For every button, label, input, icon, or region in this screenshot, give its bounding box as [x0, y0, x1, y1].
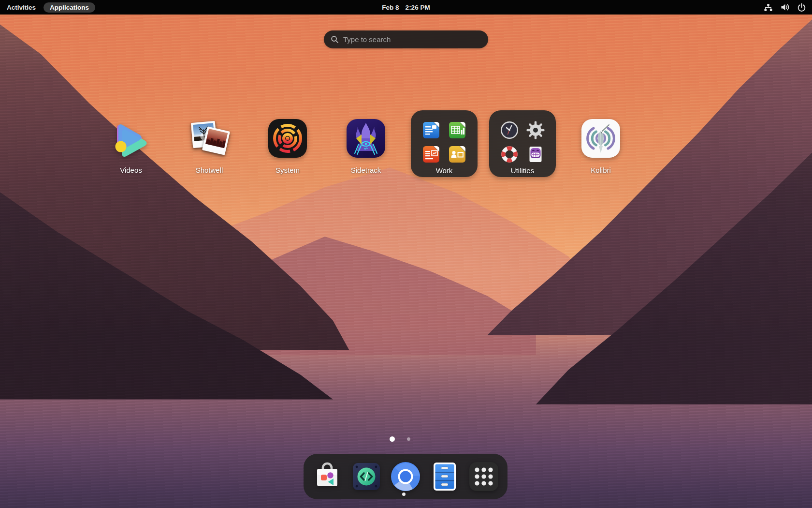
- builder-button[interactable]: [351, 461, 382, 492]
- shotwell-icon: [190, 119, 229, 158]
- libreoffice-calc-icon: [448, 120, 467, 140]
- settings-gear-icon: [526, 120, 545, 140]
- search-bar: [324, 30, 488, 48]
- activities-button[interactable]: Activities: [7, 4, 36, 11]
- folder-utilities[interactable]: Utilities: [489, 110, 556, 177]
- folder-work[interactable]: Work: [411, 110, 478, 177]
- app-label: System: [251, 166, 324, 174]
- folder-preview-grid: [421, 120, 467, 164]
- file-cabinet-icon: [429, 461, 460, 492]
- page-dot-1[interactable]: [390, 436, 395, 442]
- search-input[interactable]: [343, 35, 481, 44]
- system-icon: [268, 119, 307, 158]
- top-bar: Activities Applications Feb 8 2:26 PM: [0, 0, 812, 15]
- app-videos[interactable]: Videos: [95, 119, 167, 174]
- chromium-icon: [390, 461, 421, 492]
- gnome-activities-overview: Activities Applications Feb 8 2:26 PM: [0, 0, 812, 508]
- date-label: Feb 8: [382, 4, 399, 11]
- clocks-icon: [500, 120, 519, 140]
- time-label: 2:26 PM: [406, 4, 430, 11]
- app-system[interactable]: System: [251, 119, 324, 174]
- software-store-button[interactable]: [312, 461, 343, 492]
- libreoffice-writer-icon: [421, 120, 441, 140]
- app-label: Sidetrack: [330, 166, 402, 174]
- page-indicator: [390, 436, 410, 442]
- wallpaper: [0, 15, 812, 508]
- builder-icon: [351, 461, 382, 492]
- videos-icon: [112, 119, 150, 158]
- power-icon[interactable]: [797, 3, 806, 12]
- folder-label: Work: [411, 166, 478, 175]
- libreoffice-impress-icon: [421, 145, 441, 164]
- app-label: Videos: [95, 166, 167, 174]
- search-icon: [331, 35, 339, 44]
- kolibri-icon: [581, 119, 620, 158]
- volume-icon[interactable]: [780, 2, 790, 12]
- app-kolibri[interactable]: Kolibri: [565, 119, 637, 174]
- help-lifebuoy-icon: [500, 145, 519, 164]
- running-indicator-dot: [402, 493, 406, 496]
- app-label: Kolibri: [565, 166, 637, 174]
- software-store-icon: [312, 461, 343, 492]
- wallpaper-water-ripples: [0, 15, 812, 508]
- clock-button[interactable]: Feb 8 2:26 PM: [382, 4, 430, 11]
- dash-dock: [304, 454, 508, 499]
- app-label: Shotwell: [173, 166, 246, 174]
- file-cabinet-button[interactable]: [429, 461, 460, 492]
- chromium-button[interactable]: [390, 461, 421, 492]
- sidetrack-icon: [347, 119, 385, 158]
- characters-icon: [526, 145, 545, 164]
- polaroid-city-photo: [202, 126, 230, 155]
- libreoffice-draw-icon: [448, 145, 467, 164]
- folder-preview-grid: [500, 120, 545, 164]
- page-dot-2[interactable]: [407, 437, 410, 441]
- app-sidetrack[interactable]: Sidetrack: [330, 119, 402, 174]
- network-icon[interactable]: [764, 3, 773, 12]
- folder-label: Utilities: [489, 166, 556, 175]
- system-status-area[interactable]: [764, 2, 812, 12]
- app-shotwell[interactable]: Shotwell: [173, 119, 246, 174]
- show-apps-grid-icon: [468, 461, 499, 492]
- show-apps-button[interactable]: [468, 461, 499, 492]
- applications-button[interactable]: Applications: [44, 2, 95, 13]
